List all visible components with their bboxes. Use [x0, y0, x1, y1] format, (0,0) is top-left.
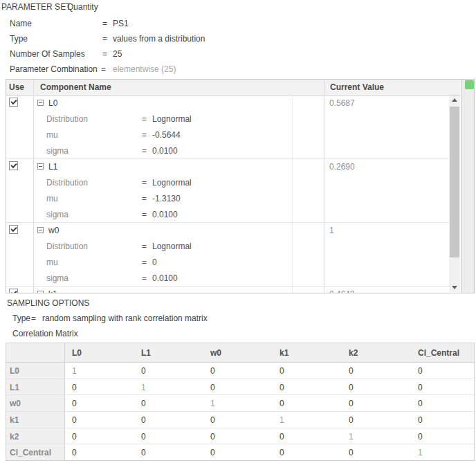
sigma-value[interactable]: 0.0100 [152, 146, 178, 156]
matrix-cell[interactable]: 0 [203, 363, 273, 379]
distribution-label: Distribution [46, 114, 88, 124]
matrix-cell[interactable]: 0 [273, 444, 342, 460]
use-checkbox[interactable] [9, 98, 18, 107]
sigma-label: sigma [46, 146, 68, 156]
equals-sign: = [142, 257, 147, 267]
matrix-cell[interactable]: 0 [134, 428, 203, 444]
distribution-value[interactable]: Lognormal [152, 178, 192, 188]
equals-sign: = [142, 178, 147, 188]
equals-sign: = [101, 64, 106, 74]
distribution-value[interactable]: Lognormal [152, 114, 192, 124]
matrix-cell[interactable]: 0 [134, 363, 203, 379]
matrix-cell: 1 [342, 428, 411, 444]
current-value: 0.5687 [329, 98, 355, 108]
component-row-L0[interactable]: L0 0.5687 Distribution =Lognormal mu =-0… [6, 96, 449, 159]
component-row-w0[interactable]: w0 1 Distribution =Lognormal mu =0 sigma… [6, 223, 449, 287]
mu-value[interactable]: 0 [152, 257, 157, 267]
matrix-column-header-k2: k2 [342, 343, 411, 362]
matrix-row-header: k1 [6, 412, 65, 428]
matrix-cell[interactable]: 0 [65, 412, 134, 428]
number-of-samples-value[interactable]: 25 [113, 49, 122, 59]
field-row-samples: Number Of Samples = 25 [0, 49, 325, 59]
name-value[interactable]: PS1 [113, 19, 129, 28]
sampling-type-value[interactable]: random sampling with rank correlation ma… [42, 314, 208, 323]
matrix-cell[interactable]: 0 [134, 444, 203, 460]
use-checkbox[interactable] [9, 161, 18, 170]
parameter-combination-label: Parameter Combination [10, 64, 98, 74]
component-row-k1[interactable]: k1 0.4643 [6, 287, 449, 293]
matrix-cell[interactable]: 0 [342, 412, 411, 428]
parameter-set-section-label: PARAMETER SET : [1, 2, 75, 12]
matrix-cell[interactable]: 0 [411, 379, 474, 395]
vertical-scrollbar[interactable] [449, 96, 460, 292]
mu-value[interactable]: -1.3130 [152, 194, 181, 203]
distribution-label: Distribution [46, 242, 88, 251]
sigma-value[interactable]: 0.0100 [152, 210, 178, 219]
current-value-column-header: Current Value [330, 82, 384, 92]
matrix-cell[interactable]: 0 [134, 395, 203, 411]
matrix-cell: 1 [65, 363, 134, 379]
matrix-cell[interactable]: 0 [273, 395, 342, 411]
matrix-cell[interactable]: 0 [273, 379, 342, 395]
table-side-strip [461, 80, 474, 293]
matrix-cell[interactable]: 0 [342, 395, 411, 411]
equals-sign: = [142, 114, 147, 124]
matrix-row-L0: L0 1 0 0 0 0 0 [6, 363, 474, 379]
matrix-cell[interactable]: 0 [203, 379, 273, 395]
component-table-body: L0 0.5687 Distribution =Lognormal mu =-0… [6, 96, 449, 293]
current-value: 0.4643 [329, 289, 355, 293]
matrix-cell[interactable]: 0 [411, 395, 474, 411]
collapse-icon[interactable] [37, 291, 44, 293]
matrix-cell[interactable]: 0 [203, 444, 273, 460]
table-status-indicator[interactable] [465, 80, 474, 89]
distribution-value[interactable]: Lognormal [152, 242, 192, 251]
collapse-icon[interactable] [37, 100, 44, 106]
equals-sign: = [142, 146, 147, 156]
use-checkbox[interactable] [9, 289, 18, 293]
collapse-icon[interactable] [37, 227, 44, 233]
equals-sign: = [31, 314, 36, 323]
triangle-up-icon [452, 98, 457, 102]
equals-sign: = [142, 242, 147, 251]
matrix-cell[interactable]: 0 [411, 412, 474, 428]
matrix-cell[interactable]: 0 [203, 412, 273, 428]
sampling-type-label: Type [12, 314, 30, 323]
matrix-row-header: Cl_Central [6, 444, 65, 460]
matrix-row-k1: k1 0 0 0 1 0 0 [6, 412, 474, 428]
matrix-column-header-Cl-Central: Cl_Central [411, 343, 474, 362]
mu-label: mu [46, 257, 58, 267]
correlation-matrix-header: L0 L1 w0 k1 k2 Cl_Central [6, 343, 474, 363]
field-row-combination: Parameter Combination = elementwise (25) [0, 64, 325, 74]
matrix-cell[interactable]: 0 [342, 379, 411, 395]
name-label: Name [10, 19, 32, 28]
use-column-header: Use [9, 82, 24, 92]
matrix-cell[interactable]: 0 [411, 363, 474, 379]
matrix-cell[interactable]: 0 [65, 444, 134, 460]
matrix-cell[interactable]: 0 [273, 363, 342, 379]
matrix-cell[interactable]: 0 [65, 428, 134, 444]
matrix-row-w0: w0 0 0 1 0 0 0 [6, 395, 474, 412]
use-checkbox[interactable] [9, 225, 18, 234]
equals-sign: = [102, 19, 107, 28]
matrix-cell[interactable]: 0 [134, 412, 203, 428]
scrollbar-thumb[interactable] [450, 107, 459, 257]
matrix-cell[interactable]: 0 [203, 428, 273, 444]
matrix-column-header-k1: k1 [273, 343, 342, 362]
scroll-up-button[interactable] [449, 96, 460, 105]
scroll-down-button[interactable] [449, 282, 460, 292]
type-value[interactable]: values from a distribution [113, 34, 205, 44]
matrix-cell: 1 [203, 395, 273, 411]
matrix-cell[interactable]: 0 [342, 444, 411, 460]
component-row-L1[interactable]: L1 0.2690 Distribution =Lognormal mu =-1… [6, 159, 449, 223]
matrix-cell[interactable]: 0 [411, 428, 474, 444]
sigma-value[interactable]: 0.0100 [152, 273, 178, 283]
parameter-combination-value: elementwise (25) [113, 64, 176, 74]
mu-value[interactable]: -0.5644 [152, 130, 181, 140]
matrix-cell: 1 [411, 444, 474, 460]
collapse-icon[interactable] [37, 163, 44, 170]
matrix-cell[interactable]: 0 [65, 395, 134, 411]
matrix-row-Cl-Central: Cl_Central 0 0 0 0 0 1 [6, 444, 474, 460]
matrix-cell[interactable]: 0 [342, 363, 411, 379]
matrix-cell[interactable]: 0 [273, 428, 342, 444]
matrix-cell[interactable]: 0 [65, 379, 134, 395]
